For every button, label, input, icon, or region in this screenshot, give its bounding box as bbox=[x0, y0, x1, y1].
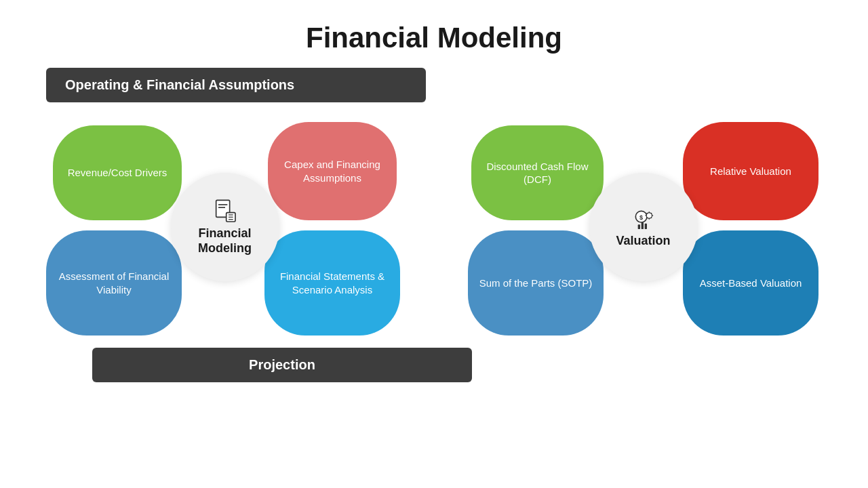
fm-blob-top-left: Revenue/Cost Drivers bbox=[53, 125, 182, 220]
page-title: Financial Modeling bbox=[0, 0, 868, 68]
svg-line-14 bbox=[646, 213, 647, 214]
financial-modeling-diagram: Revenue/Cost Drivers Capex and Financing… bbox=[46, 119, 403, 336]
svg-rect-20 bbox=[644, 224, 646, 229]
fm-center-circle: Financial Modeling bbox=[171, 173, 279, 281]
val-blob-bottom-left: Sum of the Parts (SOTP) bbox=[468, 230, 604, 336]
fm-blob-bottom-right: Financial Statements & Scenario Analysis bbox=[264, 230, 400, 336]
svg-rect-19 bbox=[641, 222, 643, 229]
svg-line-17 bbox=[646, 218, 647, 218]
svg-rect-18 bbox=[637, 225, 639, 230]
val-blob-bottom-right: Asset-Based Valuation bbox=[683, 230, 818, 336]
val-center-icon: $ bbox=[630, 205, 657, 232]
val-center-circle: $ Valuation bbox=[589, 173, 698, 281]
assumptions-bar: Operating & Financial Assumptions bbox=[46, 68, 426, 102]
val-blob-top-right: Relative Valuation bbox=[683, 122, 818, 220]
projection-bar: Projection bbox=[92, 348, 472, 382]
fm-center-icon bbox=[212, 198, 239, 225]
fm-blob-bottom-left: Assessment of Financial Viability bbox=[46, 230, 182, 336]
val-blob-top-left: Discounted Cash Flow (DCF) bbox=[471, 125, 604, 220]
svg-text:$: $ bbox=[639, 214, 643, 221]
svg-line-16 bbox=[650, 213, 651, 214]
valuation-diagram: Discounted Cash Flow (DCF) Relative Valu… bbox=[465, 119, 822, 336]
svg-line-15 bbox=[650, 218, 651, 218]
fm-blob-top-right: Capex and Financing Assumptions bbox=[268, 122, 397, 220]
